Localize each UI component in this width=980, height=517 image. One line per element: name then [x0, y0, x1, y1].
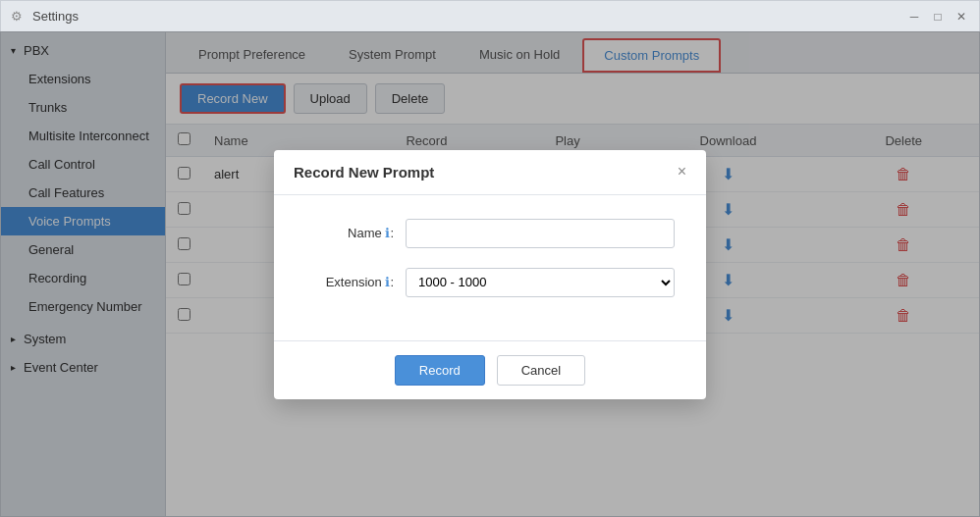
extension-label: Extension ℹ:: [305, 275, 394, 289]
extension-form-row: Extension ℹ: 1000 - 1000: [305, 268, 675, 297]
modal-overlay: Record New Prompt × Name ℹ: Extension ℹ:…: [0, 31, 980, 517]
modal-footer: Record Cancel: [274, 340, 706, 399]
modal-close-button[interactable]: ×: [678, 164, 686, 180]
maximize-button[interactable]: □: [930, 9, 946, 25]
extension-select[interactable]: 1000 - 1000: [406, 268, 675, 297]
window-controls: ─ □ ✕: [906, 9, 969, 25]
name-info-icon: ℹ: [385, 226, 390, 240]
name-form-row: Name ℹ:: [305, 219, 675, 248]
window-title: Settings: [32, 9, 906, 24]
settings-icon: ⚙: [11, 9, 27, 25]
record-new-prompt-modal: Record New Prompt × Name ℹ: Extension ℹ:…: [274, 150, 706, 399]
titlebar: ⚙ Settings ─ □ ✕: [1, 1, 979, 32]
modal-title: Record New Prompt: [294, 164, 434, 181]
extension-info-icon: ℹ: [385, 275, 390, 289]
minimize-button[interactable]: ─: [906, 9, 922, 25]
name-label: Name ℹ:: [305, 226, 394, 240]
modal-header: Record New Prompt ×: [274, 150, 706, 195]
name-input[interactable]: [406, 219, 675, 248]
modal-cancel-button[interactable]: Cancel: [497, 355, 585, 386]
modal-body: Name ℹ: Extension ℹ: 1000 - 1000: [274, 195, 706, 340]
modal-record-button[interactable]: Record: [395, 355, 485, 386]
close-button[interactable]: ✕: [953, 9, 969, 25]
